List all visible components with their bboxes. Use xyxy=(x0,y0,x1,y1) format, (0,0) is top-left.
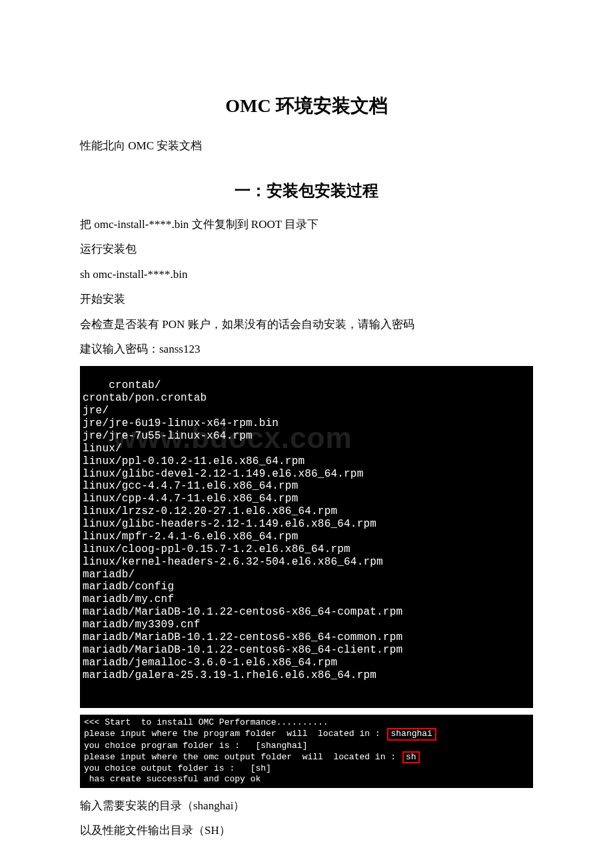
t2-line-6: has create successful and copy ok xyxy=(84,774,529,785)
t2-line-4-prefix: please input where the omc output folder… xyxy=(84,752,396,762)
paragraph-input-dir: 输入需要安装的目录（shanghai） xyxy=(80,797,533,815)
t2-line-5: you choice output folder is : [sh] xyxy=(84,763,529,774)
t2-line-3: you choice program folder is : [shanghai… xyxy=(84,741,529,751)
document-page: OMC 环境安装文档 性能北向 OMC 安装文档 一：安装包安装过程 把 omc… xyxy=(0,0,613,868)
paragraph-pon-check: 会检查是否装有 PON 账户，如果没有的话会自动安装，请输入密码 xyxy=(80,316,533,333)
t2-line-2-prefix: please input where the program folder wi… xyxy=(84,729,380,739)
paragraph-sh-cmd: sh omc-install-****.bin xyxy=(80,266,533,283)
intro-paragraph: 性能北向 OMC 安装文档 xyxy=(80,137,533,155)
page-title: OMC 环境安装文档 xyxy=(80,93,533,119)
t2-line-4: please input where the omc output folder… xyxy=(84,751,529,763)
paragraph-run-pkg: 运行安装包 xyxy=(80,241,533,258)
section-1-heading: 一：安装包安装过程 xyxy=(80,180,533,201)
paragraph-copy-bin: 把 omc-install-****.bin 文件复制到 ROOT 目录下 xyxy=(80,216,533,233)
terminal-output-1: crontab/ crontab/pon.crontab jre/ jre/jr… xyxy=(80,366,533,709)
terminal-text-1: crontab/ crontab/pon.crontab jre/ jre/jr… xyxy=(83,379,402,681)
t2-line-1: <<< Start to install OMC Performance....… xyxy=(84,717,529,728)
terminal-output-2: <<< Start to install OMC Performance....… xyxy=(80,715,533,788)
paragraph-start-install: 开始安装 xyxy=(80,291,533,308)
paragraph-password-suggest: 建议输入密码：sanss123 xyxy=(80,341,533,358)
input-highlight-sh: sh xyxy=(402,751,420,763)
input-highlight-shanghai: shanghai xyxy=(387,728,436,740)
t2-line-2: please input where the program folder wi… xyxy=(84,728,529,740)
paragraph-output-dir: 以及性能文件输出目录（SH） xyxy=(80,822,533,839)
